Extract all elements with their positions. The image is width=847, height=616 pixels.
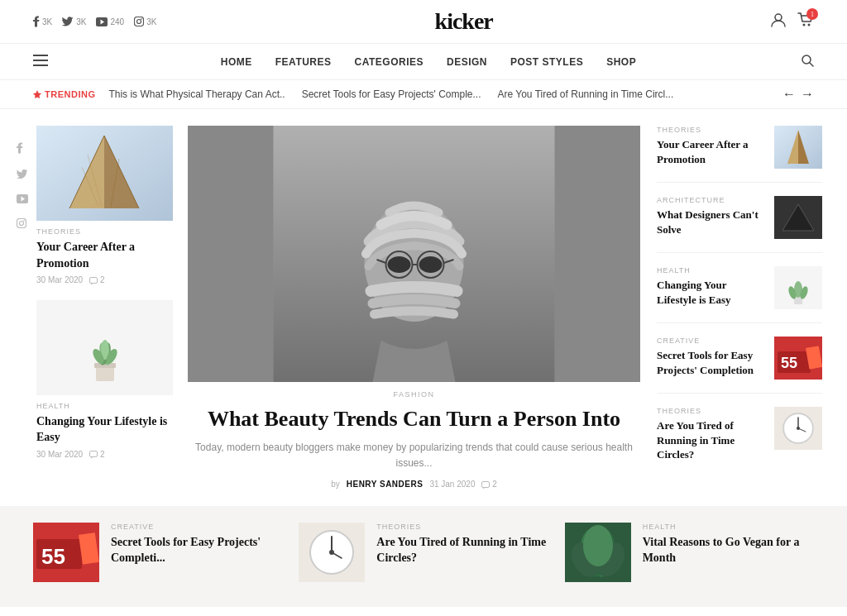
trending-next[interactable]: → bbox=[801, 87, 814, 102]
hamburger-icon[interactable] bbox=[33, 55, 48, 69]
nav-design[interactable]: DESIGN bbox=[447, 56, 487, 68]
svg-point-5 bbox=[775, 14, 782, 21]
article-2-meta: 30 Mar 2020 2 bbox=[36, 450, 173, 459]
left-social-bar bbox=[17, 126, 36, 489]
left-facebook-icon[interactable] bbox=[17, 142, 28, 157]
bottom-article-2-thumb[interactable] bbox=[299, 523, 365, 582]
trending-items: This is What Physical Therapy Can Act.. … bbox=[108, 88, 769, 100]
logo[interactable]: kicker bbox=[435, 8, 493, 35]
right-article-1-thumb[interactable] bbox=[774, 126, 822, 169]
facebook-social[interactable]: 3K bbox=[33, 16, 52, 27]
article-2-date: 30 Mar 2020 bbox=[36, 450, 83, 459]
right-article-1: THEORIES Your Career After a Promotion bbox=[657, 126, 822, 183]
center-article-date: 31 Jan 2020 bbox=[429, 480, 475, 489]
right-article-2-thumb[interactable] bbox=[774, 196, 822, 239]
article-2-title[interactable]: Changing Your Lifestyle is Easy bbox=[36, 413, 173, 446]
center-article-by: by bbox=[331, 480, 340, 489]
bottom-article-3: HEALTH Vital Reasons to Go Vegan for a M… bbox=[565, 523, 814, 582]
svg-text:55: 55 bbox=[41, 544, 65, 569]
nav-left bbox=[33, 55, 56, 69]
svg-point-3 bbox=[137, 20, 141, 24]
svg-rect-50 bbox=[482, 481, 490, 487]
left-twitter-icon[interactable] bbox=[17, 169, 28, 182]
nav-categories[interactable]: CATEGORIES bbox=[355, 56, 424, 68]
instagram-social[interactable]: 3K bbox=[134, 17, 156, 26]
fb-count: 3K bbox=[42, 17, 52, 26]
center-article-title[interactable]: What Beauty Trends Can Turn a Person Int… bbox=[188, 405, 640, 433]
bottom-article-3-thumb[interactable] bbox=[565, 523, 631, 582]
article-2-image[interactable] bbox=[36, 300, 173, 395]
trending-item-3[interactable]: Are You Tired of Running in Time Circl..… bbox=[497, 88, 673, 100]
article-1-image[interactable] bbox=[36, 126, 173, 221]
right-article-5-thumb[interactable] bbox=[774, 407, 822, 450]
nav-bar: HOME FEATURES CATEGORIES DESIGN POST STY… bbox=[0, 44, 847, 80]
right-article-4: CREATIVE Secret Tools for Easy Projects'… bbox=[657, 337, 822, 394]
bottom-article-1-thumb[interactable]: 55 bbox=[33, 523, 99, 582]
trending-prev[interactable]: ← bbox=[782, 87, 796, 102]
right-article-3: HEALTH Changing Your Lifestyle is Easy bbox=[657, 266, 822, 323]
svg-point-81 bbox=[329, 550, 334, 555]
right-article-5-cat: THEORIES bbox=[657, 407, 766, 415]
bottom-article-1-title[interactable]: Secret Tools for Easy Projects' Completi… bbox=[111, 534, 282, 566]
center-article-meta: by HENRY SANDERS 31 Jan 2020 2 bbox=[188, 480, 640, 489]
right-article-1-title[interactable]: Your Career After a Promotion bbox=[657, 137, 766, 166]
trending-bar: TRENDING This is What Physical Therapy C… bbox=[0, 80, 847, 109]
right-article-2: ARCHITECTURE What Designers Can't Solve bbox=[657, 196, 822, 253]
svg-point-43 bbox=[388, 256, 411, 273]
article-1-date: 30 Mar 2020 bbox=[36, 275, 83, 284]
right-article-4-title[interactable]: Secret Tools for Easy Projects' Completi… bbox=[657, 348, 766, 377]
center-article-author[interactable]: HENRY SANDERS bbox=[347, 480, 424, 489]
tw-count: 3K bbox=[76, 17, 86, 26]
left-instagram-icon[interactable] bbox=[17, 218, 28, 232]
center-article-comments: 2 bbox=[481, 480, 496, 489]
right-article-1-cat: THEORIES bbox=[657, 126, 766, 134]
left-article-1: THEORIES Your Career After a Promotion 3… bbox=[36, 126, 173, 285]
svg-marker-29 bbox=[91, 283, 93, 284]
right-column: THEORIES Your Career After a Promotion A… bbox=[657, 126, 822, 489]
article-2-comments: 2 bbox=[89, 450, 104, 459]
svg-point-72 bbox=[797, 427, 800, 430]
left-youtube-icon[interactable] bbox=[17, 193, 28, 207]
bottom-article-3-title[interactable]: Vital Reasons to Go Vegan for a Month bbox=[643, 534, 814, 566]
svg-rect-38 bbox=[90, 451, 98, 457]
svg-point-6 bbox=[802, 24, 805, 26]
nav-post-styles[interactable]: POST STYLES bbox=[510, 56, 583, 68]
bottom-article-2-title[interactable]: Are You Tired of Running in Time Circles… bbox=[376, 534, 548, 566]
social-links: 3K 3K 240 3K bbox=[33, 16, 156, 27]
article-1-meta: 30 Mar 2020 2 bbox=[36, 275, 173, 284]
right-article-2-cat: ARCHITECTURE bbox=[657, 196, 766, 204]
ig-count: 3K bbox=[146, 17, 156, 26]
svg-marker-51 bbox=[483, 487, 486, 489]
nav-features[interactable]: FEATURES bbox=[275, 56, 332, 68]
nav-home[interactable]: HOME bbox=[221, 56, 252, 68]
right-article-2-title[interactable]: What Designers Can't Solve bbox=[657, 208, 766, 236]
svg-point-44 bbox=[419, 256, 443, 273]
center-article: FASHION What Beauty Trends Can Turn a Pe… bbox=[188, 126, 640, 489]
right-article-4-thumb[interactable]: 55 bbox=[774, 337, 822, 380]
article-1-comments: 2 bbox=[89, 275, 104, 284]
trending-item-2[interactable]: Secret Tools for Easy Projects' Comple..… bbox=[302, 88, 481, 100]
svg-rect-28 bbox=[90, 277, 98, 283]
user-icon[interactable] bbox=[771, 12, 786, 31]
right-article-3-thumb[interactable] bbox=[774, 266, 822, 309]
twitter-social[interactable]: 3K bbox=[62, 17, 86, 26]
center-article-image[interactable] bbox=[188, 126, 640, 382]
bottom-article-2-cat: THEORIES bbox=[376, 523, 548, 531]
trending-item-1[interactable]: This is What Physical Therapy Can Act.. bbox=[108, 88, 285, 100]
article-1-title[interactable]: Your Career After a Promotion bbox=[36, 239, 173, 271]
youtube-social[interactable]: 240 bbox=[96, 17, 124, 26]
svg-marker-13 bbox=[33, 90, 41, 98]
yt-count: 240 bbox=[110, 17, 124, 26]
right-article-3-title[interactable]: Changing Your Lifestyle is Easy bbox=[657, 278, 766, 307]
cart-icon[interactable]: 1 bbox=[797, 12, 814, 31]
right-article-5-title[interactable]: Are You Tired of Running in Time Circles… bbox=[657, 418, 766, 462]
bottom-article-1: 55 CREATIVE Secret Tools for Easy Projec… bbox=[33, 523, 282, 582]
search-icon[interactable] bbox=[801, 54, 814, 70]
svg-text:55: 55 bbox=[781, 355, 797, 371]
nav-shop[interactable]: SHOP bbox=[606, 56, 636, 68]
trending-label: TRENDING bbox=[33, 89, 95, 99]
bottom-article-1-cat: CREATIVE bbox=[111, 523, 282, 531]
svg-point-18 bbox=[23, 220, 25, 222]
right-article-5: THEORIES Are You Tired of Running in Tim… bbox=[657, 407, 822, 475]
svg-rect-16 bbox=[17, 219, 26, 228]
